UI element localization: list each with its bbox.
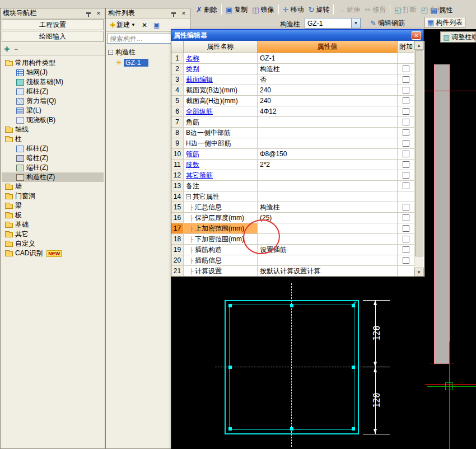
attach-checkbox[interactable]	[403, 151, 409, 157]
property-row[interactable]: 21├计算设置按默认计算设置计算	[171, 266, 424, 277]
nav-tree-item[interactable]: 柱	[2, 134, 104, 144]
property-value-cell[interactable]: 设置插筋	[258, 245, 398, 255]
extend-button[interactable]: →延伸	[335, 3, 362, 16]
property-value-cell[interactable]: 240	[258, 85, 398, 96]
property-row[interactable]: 16├保护层厚度(mm)(25)	[171, 213, 424, 223]
attach-checkbox[interactable]	[403, 66, 409, 72]
close-icon[interactable]: ✕	[95, 10, 102, 17]
attach-checkbox[interactable]	[403, 161, 409, 168]
attach-checkbox[interactable]	[403, 257, 409, 264]
property-value-cell[interactable]: 2*2	[258, 160, 398, 170]
move-button[interactable]: ✛移动	[281, 3, 306, 16]
property-row[interactable]: 9H边一侧中部筋	[171, 138, 424, 149]
attach-checkbox[interactable]	[403, 246, 409, 253]
expand-all-icon[interactable]: ✚	[4, 45, 10, 53]
cad-canvas[interactable]	[424, 29, 476, 449]
project-settings-button[interactable]: 工程设置	[2, 19, 104, 30]
nav-tree-item[interactable]: 暗柱(Z)	[2, 153, 104, 163]
nav-tree-item[interactable]: 基础	[2, 220, 104, 230]
property-value-cell[interactable]: 按默认计算设置计算	[258, 266, 398, 277]
property-value-cell[interactable]	[258, 181, 398, 191]
nav-tree-item[interactable]: 门窗洞	[2, 191, 104, 201]
attach-checkbox[interactable]	[403, 140, 409, 147]
property-value-cell[interactable]	[258, 128, 398, 138]
nav-tree-item[interactable]: 构造柱(Z)	[2, 172, 104, 182]
nav-tree-item[interactable]: 框柱(Z)	[2, 87, 104, 96]
close-icon[interactable]: ✕	[412, 31, 421, 40]
property-row[interactable]: 1名称GZ-1	[171, 53, 424, 64]
attach-checkbox[interactable]	[403, 119, 409, 125]
nav-tree-item[interactable]: 常用构件类型	[2, 58, 104, 68]
break-button[interactable]: ◱打断	[392, 3, 418, 16]
property-row[interactable]: 10箍筋Φ8@150	[171, 149, 424, 160]
property-row[interactable]: 20├插筋信息	[171, 255, 424, 266]
property-row[interactable]: 18├下加密范围(mm)	[171, 234, 424, 245]
adjust-column-end-button[interactable]: ▧ 调整柱端头	[440, 31, 476, 43]
attach-checkbox[interactable]	[403, 76, 409, 83]
property-row[interactable]: 3截面编辑否	[171, 74, 424, 85]
nav-tree-item[interactable]: 自定义	[2, 239, 104, 249]
property-row[interactable]: 7角筋	[171, 117, 424, 128]
property-value-cell[interactable]	[258, 170, 398, 181]
property-row[interactable]: 11肢数2*2	[171, 160, 424, 170]
property-value-cell[interactable]: Φ8@150	[258, 149, 398, 160]
property-row[interactable]: 12其它箍筋	[171, 170, 424, 181]
rotate-button[interactable]: ↻旋转	[306, 3, 332, 16]
property-value-cell[interactable]: 否	[258, 74, 398, 85]
attach-checkbox[interactable]	[403, 214, 409, 221]
scroll-up-icon[interactable]: ▲	[414, 41, 424, 50]
delete-component-button[interactable]: ✕	[139, 20, 150, 31]
scroll-down-icon[interactable]: ▼	[414, 268, 424, 277]
edit-rebar-button[interactable]: ✎ 编辑钢筋	[367, 17, 408, 29]
nav-tree-item[interactable]: 梁	[2, 201, 104, 211]
component-list-button[interactable]: ▦ 构件列表	[424, 17, 465, 28]
attach-checkbox[interactable]	[403, 87, 409, 93]
nav-tree-item[interactable]: 梁(L)	[2, 106, 104, 115]
attach-checkbox[interactable]	[403, 129, 409, 136]
nav-tree-item[interactable]: 板	[2, 211, 104, 220]
copy-button[interactable]: ▣复制	[223, 3, 250, 16]
attribute-button[interactable]: ▤ 属性	[428, 4, 455, 16]
property-row[interactable]: 15├汇总信息构造柱	[171, 202, 424, 213]
delete-button[interactable]: ✗删除	[194, 3, 220, 16]
pin-icon[interactable]	[170, 10, 178, 17]
nav-tree-item[interactable]: 现浇板(B)	[2, 115, 104, 125]
property-row[interactable]: 2类别构造柱	[171, 64, 424, 74]
attach-checkbox[interactable]	[403, 172, 409, 179]
attach-checkbox[interactable]	[403, 204, 409, 211]
property-value-cell[interactable]	[258, 117, 398, 128]
attach-checkbox[interactable]	[403, 183, 409, 189]
nav-tree-item[interactable]: 轴线	[2, 125, 104, 134]
nav-tree-item[interactable]: 筏板基础(M)	[2, 77, 104, 87]
pin-icon[interactable]	[85, 10, 92, 17]
drawing-input-button[interactable]: 绘图输入	[2, 31, 104, 42]
property-value-cell[interactable]: 240	[258, 96, 398, 106]
property-value-cell[interactable]	[258, 255, 398, 266]
attach-checkbox[interactable]	[403, 236, 409, 242]
property-value-cell[interactable]: 构造柱	[258, 64, 398, 74]
property-row[interactable]: 4截面宽(B边)(mm)240	[171, 85, 424, 96]
property-value-cell[interactable]	[258, 191, 398, 202]
collapse-box-icon[interactable]: −	[186, 194, 191, 199]
mirror-button[interactable]: ◫镜像	[250, 3, 276, 16]
collapse-box-icon[interactable]: −	[108, 50, 113, 55]
property-row[interactable]: 13备注	[171, 181, 424, 191]
close-icon[interactable]: ✕	[180, 10, 188, 17]
nav-tree-item[interactable]: 框柱(Z)	[2, 144, 104, 153]
property-row[interactable]: 17├上加密范围(mm)	[171, 223, 424, 234]
chevron-down-icon[interactable]: ▼	[351, 18, 360, 28]
attach-checkbox[interactable]	[403, 108, 409, 115]
nav-tree-item[interactable]: 轴网(J)	[2, 68, 104, 77]
property-value-cell[interactable]	[258, 138, 398, 149]
nav-tree-item[interactable]: CAD识别NEW	[2, 249, 104, 258]
component-name-combobox[interactable]: GZ-1 ▼	[305, 18, 361, 29]
property-row[interactable]: 19├插筋构造设置插筋	[171, 245, 424, 255]
attach-checkbox[interactable]	[403, 225, 409, 232]
copy-component-button[interactable]: ▣	[151, 20, 162, 31]
property-value-cell[interactable]: GZ-1	[258, 53, 398, 64]
section-preview[interactable]: 120 120 ∕∕	[171, 277, 424, 449]
nav-tree-item[interactable]: 其它	[2, 230, 104, 239]
nav-tree-item[interactable]: 墙	[2, 182, 104, 191]
property-value-cell[interactable]: 构造柱	[258, 202, 398, 213]
collapse-all-icon[interactable]: −	[14, 45, 18, 53]
